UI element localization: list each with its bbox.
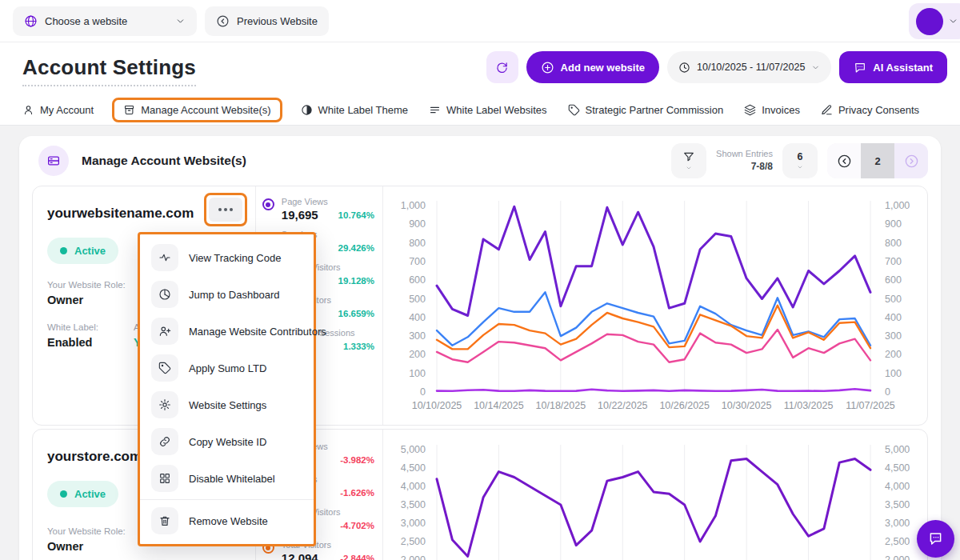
user-icon [22, 104, 34, 116]
refresh-button[interactable] [486, 51, 518, 83]
menu-item-manage-website-contributors[interactable]: Manage Website Contributors [140, 313, 314, 350]
tab-privacy-consents[interactable]: Privacy Consents [821, 104, 919, 116]
svg-text:4,000: 4,000 [401, 481, 426, 492]
svg-text:2,500: 2,500 [885, 536, 910, 547]
menu-item-jump-to-dashboard[interactable]: Jump to Dashboard [140, 276, 314, 313]
traffic-chart: 10/10/202510/14/202510/18/202510/22/2025… [383, 186, 927, 425]
choose-website-label: Choose a website [45, 15, 127, 27]
top-bar: Choose a website Previous Website [0, 0, 960, 42]
svg-text:800: 800 [409, 238, 426, 249]
tab-white-label-websites[interactable]: White Label Websites [429, 104, 547, 116]
svg-text:2,000: 2,000 [885, 554, 910, 560]
live-chat-button[interactable] [917, 520, 954, 558]
pie-chart-icon [151, 281, 178, 308]
traffic-chart: 10/10/202510/14/202510/18/202510/22/2025… [383, 430, 927, 560]
clock-icon [678, 62, 690, 74]
contrast-icon [301, 104, 313, 116]
tab-my-account[interactable]: My Account [22, 104, 94, 116]
ai-assistant-button[interactable]: AI Assistant [839, 51, 947, 83]
svg-text:5,000: 5,000 [885, 444, 910, 455]
svg-text:3,500: 3,500 [885, 499, 910, 510]
tab-manage-account-websites[interactable]: Manage Account Website(s) [123, 104, 270, 116]
chevron-down-icon [948, 16, 958, 26]
stat-page-views: Page Views 19,695 10.764% [256, 194, 382, 227]
svg-text:900: 900 [885, 218, 902, 230]
menu-item-disable-whitelabel[interactable]: Disable Whitelabel [140, 460, 314, 497]
metric-ring-icon [262, 198, 274, 210]
chevron-down-icon [796, 164, 804, 170]
filter-button[interactable] [671, 143, 706, 178]
tab-white-label-theme[interactable]: White Label Theme [301, 104, 409, 116]
activity-icon [151, 244, 178, 271]
svg-text:200: 200 [885, 349, 902, 360]
page-size-dropdown[interactable]: 6 [782, 143, 818, 178]
tab-strategic-partner-commission[interactable]: Strategic Partner Commission [568, 104, 724, 116]
page: Choose a website Previous Website Accoun… [0, 0, 960, 560]
menu-item-view-tracking-code[interactable]: View Tracking Code [140, 239, 314, 276]
previous-page-button[interactable] [827, 143, 861, 178]
svg-text:300: 300 [409, 330, 426, 342]
status-badge: Active [47, 481, 118, 507]
svg-text:10/26/2025: 10/26/2025 [659, 400, 710, 411]
date-range-label: 10/10/2025 - 11/07/2025 [697, 62, 805, 73]
pen-icon [821, 104, 833, 116]
menu-item-remove-website[interactable]: Remove Website [140, 502, 314, 539]
tag-icon [151, 354, 178, 382]
status-badge: Active [47, 238, 118, 264]
tabs-band: My Account Manage Account Website(s) Whi… [0, 94, 960, 126]
white-label: White Label: Enabled [47, 322, 98, 349]
previous-website-label: Previous Website [237, 15, 318, 27]
panel-header: Manage Account Website(s) Shown Entries … [19, 136, 941, 186]
layers-icon [744, 104, 756, 116]
status-dot [60, 490, 67, 498]
svg-text:10/30/2025: 10/30/2025 [722, 400, 772, 411]
choose-website-dropdown[interactable]: Choose a website [13, 6, 197, 36]
avatar [916, 8, 943, 35]
funnel-icon [682, 150, 695, 163]
arrow-right-circle-icon [904, 154, 919, 169]
svg-text:600: 600 [885, 274, 902, 286]
header-band: Account Settings Add new website 10/10/2… [0, 42, 960, 94]
menu-item-copy-website-id[interactable]: Copy Website ID [140, 423, 314, 460]
chevron-down-icon [811, 63, 820, 72]
row-menu-annotation [204, 193, 247, 226]
gear-icon [151, 391, 178, 418]
add-new-website-label: Add new website [561, 62, 645, 74]
add-new-website-button[interactable]: Add new website [526, 51, 659, 83]
svg-text:5,000: 5,000 [401, 444, 426, 455]
row-actions-button[interactable] [209, 198, 242, 222]
chevron-down-icon [685, 165, 693, 171]
date-range-picker[interactable]: 10/10/2025 - 11/07/2025 [667, 51, 831, 83]
svg-text:400: 400 [409, 312, 426, 323]
ai-assistant-label: AI Assistant [873, 62, 933, 74]
next-page-button[interactable] [894, 143, 928, 178]
svg-text:700: 700 [409, 256, 426, 267]
list-icon [429, 104, 441, 116]
svg-text:100: 100 [409, 368, 426, 379]
chevron-down-icon [175, 16, 186, 26]
panel-title: Manage Account Website(s) [82, 154, 246, 168]
current-page: 2 [861, 143, 894, 178]
svg-text:400: 400 [885, 312, 902, 323]
arrow-left-circle-icon [216, 14, 230, 28]
svg-text:1,000: 1,000 [401, 200, 426, 211]
chat-bubble-icon [927, 530, 944, 547]
svg-text:500: 500 [885, 294, 902, 305]
row-actions-menu: View Tracking Code Jump to Dashboard Man… [138, 232, 316, 546]
previous-website-button[interactable]: Previous Website [205, 6, 329, 36]
svg-text:300: 300 [885, 330, 902, 342]
svg-text:3,000: 3,000 [401, 518, 426, 529]
svg-text:500: 500 [409, 294, 426, 305]
account-menu[interactable] [909, 3, 960, 39]
svg-text:3,000: 3,000 [885, 518, 910, 529]
svg-text:1,000: 1,000 [885, 200, 910, 211]
menu-item-website-settings[interactable]: Website Settings [140, 386, 314, 423]
svg-text:0: 0 [885, 386, 890, 398]
svg-text:4,000: 4,000 [885, 481, 910, 492]
menu-item-apply-sumo-ltd[interactable]: Apply Sumo LTD [140, 350, 314, 386]
svg-text:0: 0 [420, 386, 426, 398]
shown-entries: Shown Entries 7-8/8 [716, 148, 773, 173]
tab-invoices[interactable]: Invoices [744, 104, 800, 116]
plus-circle-icon [541, 61, 554, 74]
refresh-icon [495, 61, 509, 74]
